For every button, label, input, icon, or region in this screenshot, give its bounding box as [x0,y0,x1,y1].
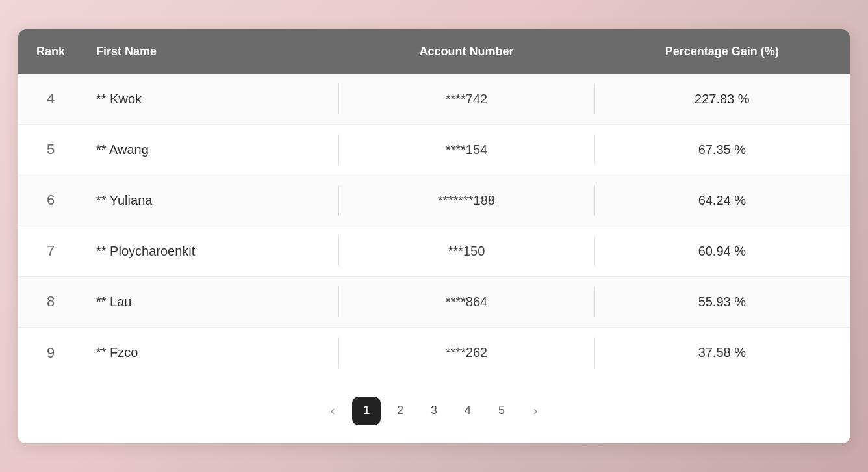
account-cell: ****154 [338,125,594,175]
table-row: 4 ** Kwok ****742 227.83 % [18,74,850,125]
name-cell: ** Fzco [83,328,338,378]
account-cell: ****262 [338,328,594,378]
gain-cell: 60.94 % [594,226,850,276]
rank-cell: 6 [18,176,83,226]
page-4-button[interactable]: 4 [453,397,482,425]
name-cell: ** Kwok [83,74,338,124]
header-account-number: Account Number [338,29,594,74]
rank-cell: 4 [18,74,83,124]
header-first-name: First Name [83,29,338,74]
rank-cell: 9 [18,328,83,378]
page-3-button[interactable]: 3 [420,397,448,425]
table-container: Rank First Name Account Number Percentag… [18,29,850,443]
table-header: Rank First Name Account Number Percentag… [18,29,850,74]
header-rank: Rank [18,29,83,74]
header-percentage-gain: Percentage Gain (%) [594,29,850,74]
account-cell: ***150 [338,226,594,276]
pagination: ‹12345› [18,378,850,443]
account-cell: ****742 [338,74,594,124]
gain-cell: 37.58 % [594,328,850,378]
account-cell: *******188 [338,176,594,226]
table-row: 8 ** Lau ****864 55.93 % [18,277,850,328]
table-row: 5 ** Awang ****154 67.35 % [18,125,850,176]
rank-cell: 8 [18,277,83,327]
table-row: 6 ** Yuliana *******188 64.24 % [18,176,850,226]
next-page-button[interactable]: › [521,397,550,425]
gain-cell: 67.35 % [594,125,850,175]
name-cell: ** Ploycharoenkit [83,226,338,276]
name-cell: ** Awang [83,125,338,175]
gain-cell: 64.24 % [594,176,850,226]
table-row: 9 ** Fzco ****262 37.58 % [18,328,850,378]
table-row: 7 ** Ploycharoenkit ***150 60.94 % [18,226,850,277]
page-2-button[interactable]: 2 [386,397,415,425]
page-1-button[interactable]: 1 [352,397,381,425]
prev-page-button[interactable]: ‹ [318,397,347,425]
gain-cell: 55.93 % [594,277,850,327]
rank-cell: 7 [18,226,83,276]
rank-cell: 5 [18,125,83,175]
page-5-button[interactable]: 5 [487,397,516,425]
name-cell: ** Yuliana [83,176,338,226]
account-cell: ****864 [338,277,594,327]
table-body: 4 ** Kwok ****742 227.83 % 5 ** Awang **… [18,74,850,378]
gain-cell: 227.83 % [594,74,850,124]
name-cell: ** Lau [83,277,338,327]
